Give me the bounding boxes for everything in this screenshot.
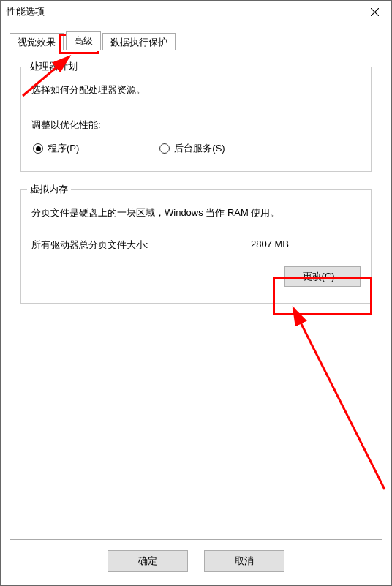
- vm-total-value: 2807 MB: [251, 238, 289, 252]
- radio-programs-label: 程序(P): [48, 142, 79, 155]
- adjust-label: 调整以优化性能:: [31, 119, 361, 132]
- tab-visual-effects[interactable]: 视觉效果: [10, 33, 64, 50]
- tab-strip: 视觉效果 高级 数据执行保护: [10, 31, 382, 50]
- performance-options-window: 性能选项 视觉效果 高级 数据执行保护 处理器计划 选择如何分配处理器资源。 调…: [0, 0, 392, 586]
- cancel-button[interactable]: 取消: [204, 550, 284, 572]
- group-legend-vm: 虚拟内存: [27, 183, 71, 196]
- client-area: 视觉效果 高级 数据执行保护 处理器计划 选择如何分配处理器资源。 调整以优化性…: [1, 23, 391, 585]
- vm-change-wrap: 更改(C)...: [31, 266, 361, 287]
- window-title: 性能选项: [7, 5, 45, 18]
- dialog-buttons: 确定 取消: [10, 546, 382, 576]
- radio-programs[interactable]: 程序(P): [33, 142, 79, 155]
- radio-background-services[interactable]: 后台服务(S): [159, 142, 225, 155]
- processor-desc: 选择如何分配处理器资源。: [31, 83, 361, 97]
- close-button[interactable]: [358, 1, 391, 23]
- tab-dep[interactable]: 数据执行保护: [102, 33, 176, 50]
- close-icon: [371, 8, 379, 16]
- vm-total-label: 所有驱动器总分页文件大小:: [31, 238, 251, 252]
- ok-button[interactable]: 确定: [108, 550, 188, 572]
- group-processor-scheduling: 处理器计划 选择如何分配处理器资源。 调整以优化性能: 程序(P) 后台服务(S…: [20, 67, 372, 172]
- vm-total-row: 所有驱动器总分页文件大小: 2807 MB: [31, 238, 361, 252]
- radio-row: 程序(P) 后台服务(S): [33, 142, 361, 155]
- group-virtual-memory: 虚拟内存 分页文件是硬盘上的一块区域，Windows 当作 RAM 使用。 所有…: [20, 189, 372, 304]
- change-button[interactable]: 更改(C)...: [284, 266, 361, 287]
- radio-icon: [33, 143, 43, 154]
- group-legend-processor: 处理器计划: [27, 60, 80, 73]
- tab-page-advanced: 处理器计划 选择如何分配处理器资源。 调整以优化性能: 程序(P) 后台服务(S…: [10, 50, 382, 540]
- tab-advanced[interactable]: 高级: [66, 31, 101, 50]
- titlebar: 性能选项: [1, 1, 391, 23]
- vm-desc: 分页文件是硬盘上的一块区域，Windows 当作 RAM 使用。: [31, 206, 361, 219]
- radio-background-label: 后台服务(S): [174, 142, 225, 155]
- radio-icon: [159, 143, 170, 154]
